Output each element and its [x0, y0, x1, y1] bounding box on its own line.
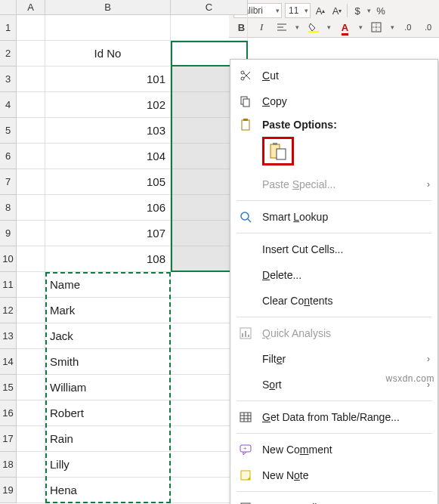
cell-id[interactable]: 104 — [45, 144, 171, 169]
ctx-cut[interactable]: Cut — [230, 63, 437, 88]
svg-rect-14 — [243, 119, 248, 121]
ctx-new-comment[interactable]: + New Comment — [230, 437, 437, 462]
cell-name[interactable]: Lilly — [45, 452, 171, 478]
select-all-corner[interactable] — [0, 0, 17, 15]
cell[interactable] — [17, 195, 45, 221]
cell-id[interactable]: 102 — [45, 92, 171, 118]
svg-rect-24 — [240, 413, 251, 422]
cell-name[interactable]: Rain — [45, 426, 171, 452]
new-note-label: New Note — [262, 469, 430, 481]
col-header-a[interactable]: A — [17, 0, 45, 15]
cell[interactable] — [17, 375, 45, 400]
cell[interactable] — [17, 15, 45, 41]
ctx-insert-cut-cells[interactable]: Insert Cut Cells... — [230, 237, 437, 262]
row-header[interactable]: 2 — [0, 41, 17, 66]
ctx-copy[interactable]: Copy — [230, 88, 437, 114]
get-data-label: Get Data from Table/Range... — [262, 411, 430, 423]
cell[interactable] — [45, 15, 171, 41]
svg-line-19 — [248, 219, 251, 222]
copy-icon — [238, 95, 253, 107]
cell[interactable] — [17, 478, 45, 503]
cell[interactable] — [17, 221, 45, 246]
cell-name[interactable]: Smith — [45, 349, 171, 375]
comment-icon: + — [238, 444, 253, 456]
row-header[interactable]: 18 — [0, 452, 17, 478]
row-header[interactable]: 11 — [0, 272, 17, 298]
cell[interactable] — [17, 66, 45, 92]
cell[interactable] — [17, 349, 45, 375]
ctx-smart-lookup[interactable]: Smart Lookup — [230, 204, 437, 230]
ctx-delete[interactable]: Delete... — [230, 262, 437, 288]
row-header[interactable]: 16 — [0, 400, 17, 426]
clipboard-icon — [238, 119, 253, 131]
row-header[interactable]: 15 — [0, 375, 17, 400]
note-icon — [238, 469, 253, 481]
cell[interactable] — [17, 246, 45, 272]
svg-line-10 — [244, 72, 250, 78]
cell-name[interactable]: Hena — [45, 478, 171, 503]
cell[interactable] — [17, 92, 45, 118]
cell[interactable] — [17, 118, 45, 144]
context-menu: Cut Copy Paste Options: Paste Special...… — [230, 59, 438, 504]
clear-contents-label: Clear Contents — [262, 295, 430, 307]
cell[interactable] — [17, 169, 45, 195]
svg-line-9 — [244, 73, 250, 79]
ctx-get-data[interactable]: Get Data from Table/Range... — [230, 404, 437, 430]
row-header[interactable]: 8 — [0, 195, 17, 221]
row-header[interactable]: 10 — [0, 246, 17, 272]
cell[interactable] — [17, 41, 45, 66]
paste-button-highlighted[interactable] — [262, 137, 294, 165]
row-header[interactable]: 5 — [0, 118, 17, 144]
cell-id[interactable]: 103 — [45, 118, 171, 144]
row-header[interactable]: 7 — [0, 169, 17, 195]
cell-name[interactable]: Name — [45, 272, 171, 298]
cell-id[interactable]: 106 — [45, 195, 171, 221]
svg-rect-22 — [245, 331, 246, 337]
cell-idno-header[interactable]: Id No — [45, 41, 171, 66]
cell[interactable] — [17, 298, 45, 323]
cell[interactable] — [171, 15, 248, 41]
cell-name[interactable]: Jack — [45, 323, 171, 349]
table-icon — [238, 411, 253, 423]
cell-name[interactable]: William — [45, 375, 171, 400]
cell-name[interactable]: Robert — [45, 400, 171, 426]
row-header[interactable]: 12 — [0, 298, 17, 323]
svg-rect-17 — [277, 149, 286, 159]
cell-id[interactable]: 108 — [45, 246, 171, 272]
cell-id[interactable]: 105 — [45, 169, 171, 195]
cell-id[interactable]: 107 — [45, 221, 171, 246]
col-header-c[interactable]: C — [171, 0, 248, 15]
col-header-b[interactable]: B — [45, 0, 171, 15]
cell[interactable] — [17, 400, 45, 426]
row-header[interactable]: 17 — [0, 426, 17, 452]
row-header[interactable]: 6 — [0, 144, 17, 169]
cell[interactable] — [17, 323, 45, 349]
svg-text:+: + — [243, 445, 247, 452]
cell[interactable] — [17, 272, 45, 298]
cell-name[interactable]: Mark — [45, 298, 171, 323]
filter-label: Filter — [262, 353, 418, 365]
smart-lookup-label: Smart Lookup — [262, 211, 430, 223]
row-header[interactable]: 1 — [0, 15, 17, 41]
svg-rect-21 — [242, 333, 243, 337]
separator — [237, 400, 431, 401]
svg-point-7 — [241, 77, 244, 80]
row-header[interactable]: 19 — [0, 478, 17, 503]
cell[interactable] — [17, 452, 45, 478]
row-header[interactable]: 9 — [0, 221, 17, 246]
cell-id[interactable]: 101 — [45, 66, 171, 92]
ctx-new-note[interactable]: New Note — [230, 462, 437, 488]
row-header[interactable]: 14 — [0, 349, 17, 375]
cell[interactable] — [17, 426, 45, 452]
ctx-format-cells[interactable]: Format Cells — [230, 495, 437, 504]
row-header[interactable]: 3 — [0, 66, 17, 92]
ctx-clear-contents[interactable]: Clear Contents — [230, 288, 437, 314]
ctx-filter[interactable]: Filter › — [230, 346, 437, 372]
search-icon — [238, 211, 253, 223]
ctx-quick-analysis: Quick Analysis — [230, 320, 437, 346]
cell[interactable] — [17, 144, 45, 169]
svg-rect-13 — [242, 120, 249, 130]
chevron-right-icon: › — [427, 354, 430, 364]
row-header[interactable]: 4 — [0, 92, 17, 118]
row-header[interactable]: 13 — [0, 323, 17, 349]
